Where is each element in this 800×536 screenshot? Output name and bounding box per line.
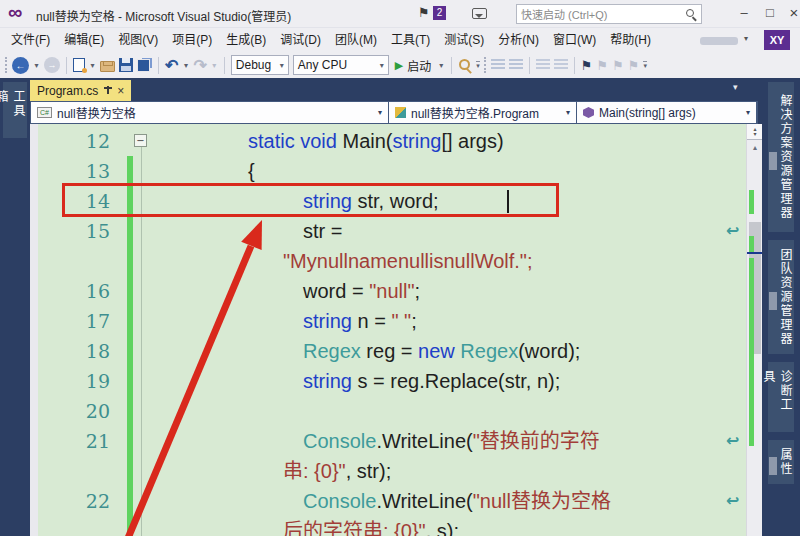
close-button[interactable]: × bbox=[782, 0, 800, 26]
prev-bookmark-icon[interactable]: ⚑ bbox=[596, 58, 608, 73]
code-token: "null替换为空格 bbox=[473, 490, 611, 512]
find-in-files-icon[interactable] bbox=[458, 58, 472, 72]
toolbar-overflow-icon[interactable]: ▾ bbox=[643, 61, 647, 69]
member-dropdown[interactable]: Main(string[] args)▾ bbox=[577, 102, 757, 123]
toolbar-separator bbox=[529, 57, 530, 74]
next-bookmark-icon[interactable]: ⚑ bbox=[612, 58, 624, 73]
minimize-button[interactable]: – bbox=[732, 0, 756, 26]
dock-tab-team-explorer[interactable]: 团队资源管理器 bbox=[768, 240, 794, 354]
signed-in-user-name[interactable] bbox=[700, 37, 738, 45]
toolbar-grip[interactable] bbox=[5, 57, 8, 73]
feedback-icon[interactable] bbox=[472, 8, 487, 19]
code-row: 22Console.WriteLine("null替换为空格↩ bbox=[30, 486, 746, 516]
menu-item-file[interactable]: 文件(F) bbox=[4, 28, 57, 52]
new-item-icon[interactable] bbox=[73, 58, 85, 72]
code-text: string s = reg.Replace(str, n); bbox=[303, 366, 560, 396]
dock-tab-diagnostic-tools[interactable]: 诊断工具 bbox=[768, 362, 794, 432]
code-row: 13{ bbox=[30, 156, 746, 186]
line-number: 20 bbox=[30, 396, 110, 426]
decrease-indent-icon[interactable] bbox=[536, 59, 550, 71]
line-number: 16 bbox=[30, 276, 110, 306]
menu-item-test[interactable]: 测试(S) bbox=[437, 28, 491, 52]
code-editor[interactable]: − 12static void Main(string[] args)13{14… bbox=[30, 124, 746, 536]
member-dropdown-label: Main(string[] args) bbox=[599, 106, 696, 120]
splitter-handle[interactable]: ▴ ▾ bbox=[747, 124, 763, 140]
menu-item-view[interactable]: 视图(V) bbox=[111, 28, 165, 52]
menu-item-build[interactable]: 生成(B) bbox=[219, 28, 273, 52]
code-token: .WriteLine( bbox=[376, 490, 472, 512]
dock-tab-solution-explorer[interactable]: 解决方案资源管理器 bbox=[768, 82, 794, 232]
type-dropdown[interactable]: null替换为空格.Program▾ bbox=[389, 102, 577, 123]
start-debug-button[interactable]: ▶启动▾ bbox=[393, 57, 446, 74]
chevron-down-icon: ▾ bbox=[378, 108, 382, 117]
menu-item-analyze[interactable]: 分析(N) bbox=[491, 28, 546, 52]
navigate-back-button[interactable]: ← bbox=[12, 57, 29, 74]
clear-bookmarks-icon[interactable]: ⚑ bbox=[628, 58, 640, 73]
undo-button[interactable]: ↶ bbox=[165, 56, 178, 75]
class-icon bbox=[395, 107, 406, 118]
annotation-highlight-box bbox=[62, 183, 559, 217]
navigate-forward-button[interactable]: → bbox=[44, 57, 60, 73]
code-token: str = bbox=[303, 220, 348, 242]
menu-item-debug[interactable]: 调试(D) bbox=[273, 28, 328, 52]
save-icon[interactable] bbox=[119, 58, 133, 72]
close-tab-icon[interactable]: × bbox=[117, 84, 124, 98]
open-file-icon[interactable] bbox=[100, 61, 115, 72]
increase-indent-icon[interactable] bbox=[554, 59, 568, 71]
toggle-bookmark-icon[interactable]: ⚑ bbox=[581, 58, 593, 73]
menu-item-team[interactable]: 团队(M) bbox=[328, 28, 384, 52]
solution-configuration-combo-label: Debug bbox=[236, 58, 271, 72]
undo-dropdown-icon[interactable]: ▾ bbox=[182, 61, 189, 70]
toolbar-overflow-icon[interactable]: ▾ bbox=[476, 61, 480, 69]
change-mark bbox=[749, 236, 754, 252]
menu-items: 文件(F)编辑(E)视图(V)项目(P)生成(B)调试(D)团队(M)工具(T)… bbox=[4, 28, 658, 52]
code-text: static void Main(string[] args) bbox=[248, 126, 504, 156]
uncomment-icon[interactable] bbox=[509, 59, 523, 71]
quick-launch-search-input[interactable]: 快速启动 (Ctrl+Q) bbox=[516, 4, 702, 24]
word-wrap-return-icon: ↩ bbox=[726, 486, 739, 516]
menu-item-project[interactable]: 项目(P) bbox=[165, 28, 219, 52]
code-row: 16word = "null"; bbox=[30, 276, 746, 306]
scroll-up-icon[interactable]: ▴ bbox=[747, 141, 763, 154]
redo-button[interactable]: ↷ bbox=[193, 56, 206, 75]
chevron-down-icon: ▾ bbox=[566, 108, 570, 117]
user-avatar[interactable]: XY bbox=[764, 30, 790, 50]
solution-platform-combo[interactable]: Any CPU▾ bbox=[293, 55, 389, 75]
visual-studio-window: ∞ null替换为空格 - Microsoft Visual Studio(管理… bbox=[0, 0, 800, 536]
toolbar-separator bbox=[451, 57, 452, 74]
solution-configuration-combo[interactable]: Debug▾ bbox=[231, 55, 289, 75]
line-number: 19 bbox=[30, 366, 110, 396]
maximize-button[interactable]: □ bbox=[758, 0, 782, 26]
line-number bbox=[30, 516, 110, 536]
user-dropdown-icon[interactable]: ▾ bbox=[744, 34, 748, 43]
vertical-scrollbar[interactable]: ▴ ▾ ▴ bbox=[746, 124, 762, 536]
project-dropdown[interactable]: C#null替换为空格▾ bbox=[31, 102, 389, 123]
dock-tab-properties[interactable]: 属性 bbox=[768, 440, 794, 484]
code-token: string bbox=[393, 130, 442, 152]
comment-out-icon[interactable] bbox=[491, 59, 505, 71]
line-number: 15 bbox=[30, 216, 110, 246]
code-text: 后的字符串: {0}", s); bbox=[283, 516, 459, 536]
menu-item-edit[interactable]: 编辑(E) bbox=[57, 28, 111, 52]
document-well-dropdown-icon[interactable]: ▾ bbox=[733, 82, 738, 92]
code-token: 后的字符串: {0}" bbox=[283, 520, 426, 536]
menu-item-help[interactable]: 帮助(H) bbox=[603, 28, 658, 52]
new-item-dropdown-icon[interactable]: ▾ bbox=[89, 61, 96, 70]
code-token: ; bbox=[411, 310, 417, 332]
code-token: 串: {0}" bbox=[283, 460, 346, 482]
navigate-back-dropdown-icon[interactable]: ▾ bbox=[33, 61, 40, 70]
menu-item-window[interactable]: 窗口(W) bbox=[546, 28, 603, 52]
redo-dropdown-icon[interactable]: ▾ bbox=[211, 61, 218, 70]
notifications-flag-icon[interactable]: ⚑ bbox=[418, 5, 430, 20]
pin-icon[interactable] bbox=[103, 85, 112, 96]
dock-tab-toolbox[interactable]: 工具箱 bbox=[3, 82, 27, 138]
code-text: string n = " "; bbox=[303, 306, 417, 336]
save-all-icon[interactable] bbox=[137, 58, 152, 72]
code-token: .WriteLine( bbox=[376, 430, 472, 452]
line-number: 17 bbox=[30, 306, 110, 336]
tab-grip-block bbox=[769, 457, 777, 475]
menu-item-tools[interactable]: 工具(T) bbox=[384, 28, 437, 52]
document-tab-program-cs[interactable]: Program.cs × bbox=[30, 80, 131, 101]
toolbar-grip[interactable] bbox=[484, 57, 487, 73]
line-number bbox=[30, 246, 110, 276]
